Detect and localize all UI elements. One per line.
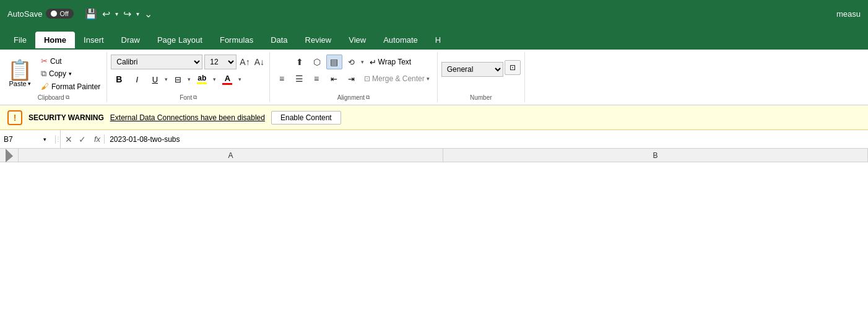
decrease-indent-button[interactable]: ⇤ <box>326 71 342 86</box>
font-color-bar <box>222 83 232 85</box>
font-color-icon: A <box>225 74 230 82</box>
quick-access-toolbar: 💾 ↩ ▾ ↪ ▾ ⌄ <box>85 8 152 20</box>
title-bar: AutoSave Off 💾 ↩ ▾ ↪ ▾ ⌄ measu <box>0 0 868 27</box>
security-warning-title: SECURITY WARNING <box>28 113 104 122</box>
enable-content-button[interactable]: Enable Content <box>271 111 341 125</box>
italic-button[interactable]: I <box>129 72 145 87</box>
tab-help[interactable]: H <box>427 32 449 50</box>
number-format-select[interactable]: General <box>441 62 503 77</box>
orientation-dropdown[interactable]: ▾ <box>361 59 364 65</box>
confirm-formula-button[interactable]: ✓ <box>77 134 88 144</box>
tab-page-layout[interactable]: Page Layout <box>149 32 211 50</box>
security-warning-message[interactable]: External Data Connections have been disa… <box>110 113 265 122</box>
tab-insert[interactable]: Insert <box>75 32 113 50</box>
alignment-group: ⬆ ⬡ ▤ ⟲ ▾ ↵ Wrap Text ≡ <box>270 52 438 102</box>
redo-dropdown-icon[interactable]: ▾ <box>136 11 139 17</box>
font-row2: B I U ▾ ⊟ ▾ ab ▾ A <box>111 71 241 87</box>
align-center-button[interactable]: ☰ <box>291 71 307 86</box>
alignment-expand-icon[interactable]: ⧉ <box>366 94 370 101</box>
orientation-icon: ⟲ <box>348 58 355 67</box>
paste-button[interactable]: 📋 Paste ▾ <box>4 59 36 89</box>
alignment-label: Alignment ⧉ <box>337 93 370 101</box>
align-bottom-button[interactable]: ▤ <box>326 55 342 69</box>
cancel-formula-button[interactable]: ✕ <box>63 134 74 144</box>
tab-view[interactable]: View <box>340 32 375 50</box>
select-all-button[interactable] <box>1 149 17 162</box>
number-format-button[interactable]: ⊡ <box>505 60 521 75</box>
cell-reference-box: ▾ <box>0 135 56 144</box>
wrap-text-button[interactable]: ↵ Wrap Text <box>365 56 416 69</box>
border-dropdown[interactable]: ▾ <box>188 76 191 82</box>
ribbon-tabs: File Home Insert Draw Page Layout Formul… <box>0 27 868 50</box>
column-header-b[interactable]: B <box>443 149 868 162</box>
increase-indent-button[interactable]: ⇥ <box>343 71 359 86</box>
merge-center-button[interactable]: ⊡ Merge & Center ▾ <box>360 73 433 84</box>
formula-input[interactable] <box>105 135 868 144</box>
decrease-font-size-button[interactable]: A↓ <box>253 57 266 67</box>
tab-formulas[interactable]: Formulas <box>211 32 262 50</box>
font-color-dropdown[interactable]: ▾ <box>238 76 241 82</box>
increase-font-size-button[interactable]: A↑ <box>238 57 251 67</box>
number-group: General ⊡ Number <box>438 52 525 102</box>
merge-dropdown[interactable]: ▾ <box>427 76 430 82</box>
font-size-select[interactable]: 12 <box>204 55 237 69</box>
alignment-row2: ≡ ☰ ≡ ⇤ ⇥ ⊡ Merge & Center ▾ <box>274 71 433 86</box>
tab-review[interactable]: Review <box>297 32 341 50</box>
decrease-indent-icon: ⇤ <box>331 74 337 84</box>
redo-icon[interactable]: ↪ <box>123 8 131 20</box>
underline-dropdown[interactable]: ▾ <box>165 76 168 82</box>
toggle-dot <box>51 11 57 17</box>
tab-data[interactable]: Data <box>262 32 296 50</box>
clipboard-expand-icon[interactable]: ⧉ <box>66 94 69 101</box>
copy-dropdown-arrow[interactable]: ▾ <box>69 71 72 77</box>
underline-icon: U <box>152 75 158 84</box>
tab-home[interactable]: Home <box>35 32 75 50</box>
tab-file[interactable]: File <box>5 32 35 50</box>
paste-dropdown-arrow[interactable]: ▾ <box>28 81 31 87</box>
align-middle-icon: ⬡ <box>313 57 321 67</box>
customize-qat-icon[interactable]: ⌄ <box>144 8 152 20</box>
clipboard-label: Clipboard ⧉ <box>38 93 69 101</box>
autosave-toggle[interactable]: Off <box>46 9 73 19</box>
format-painter-button[interactable]: 🖌 Format Painter <box>38 81 103 92</box>
copy-button[interactable]: ⧉ Copy ▾ <box>38 68 103 80</box>
font-color-button[interactable]: A <box>218 72 237 87</box>
wrap-text-label: Wrap Text <box>378 58 412 66</box>
clipboard-group-content: 📋 Paste ▾ ✂ Cut ⧉ Copy ▾ 🖌 Form <box>4 52 103 93</box>
font-label: Font ⧉ <box>180 93 197 101</box>
align-left-button[interactable]: ≡ <box>274 71 290 86</box>
align-right-button[interactable]: ≡ <box>308 71 324 86</box>
align-top-button[interactable]: ⬆ <box>292 55 308 69</box>
clipboard-actions: ✂ Cut ⧉ Copy ▾ 🖌 Format Painter <box>38 55 103 92</box>
orientation-button[interactable]: ⟲ <box>344 55 360 69</box>
undo-dropdown-icon[interactable]: ▾ <box>115 11 118 17</box>
tab-automate[interactable]: Automate <box>375 32 427 50</box>
alignment-row1: ⬆ ⬡ ▤ ⟲ ▾ ↵ Wrap Text <box>292 55 416 69</box>
security-warning-icon: ! <box>7 110 22 125</box>
cut-icon: ✂ <box>41 56 48 66</box>
highlight-dropdown[interactable]: ▾ <box>213 76 216 82</box>
font-family-select[interactable]: Calibri <box>111 55 202 69</box>
align-middle-button[interactable]: ⬡ <box>309 55 325 69</box>
underline-button[interactable]: U <box>147 71 163 87</box>
align-left-icon: ≡ <box>279 74 284 84</box>
title-right-text: measu <box>836 9 861 19</box>
align-top-icon: ⬆ <box>296 57 303 67</box>
border-button[interactable]: ⊟ <box>170 72 186 87</box>
font-expand-icon[interactable]: ⧉ <box>193 94 197 101</box>
cell-reference-input[interactable] <box>4 135 41 144</box>
merge-icon: ⊡ <box>364 74 370 83</box>
highlight-color-button[interactable]: ab <box>193 72 211 87</box>
align-center-icon: ☰ <box>295 74 303 84</box>
save-icon[interactable]: 💾 <box>85 8 97 20</box>
bold-button[interactable]: B <box>111 72 127 87</box>
autosave-label: AutoSave <box>7 9 42 19</box>
column-header-a[interactable]: A <box>19 149 443 162</box>
cell-ref-dropdown[interactable]: ▾ <box>43 136 46 142</box>
cut-button[interactable]: ✂ Cut <box>38 55 103 67</box>
align-bottom-icon: ▤ <box>330 57 338 67</box>
tab-draw[interactable]: Draw <box>113 32 149 50</box>
undo-icon[interactable]: ↩ <box>102 8 110 20</box>
copy-label: Copy <box>49 69 66 78</box>
increase-indent-icon: ⇥ <box>348 74 355 84</box>
